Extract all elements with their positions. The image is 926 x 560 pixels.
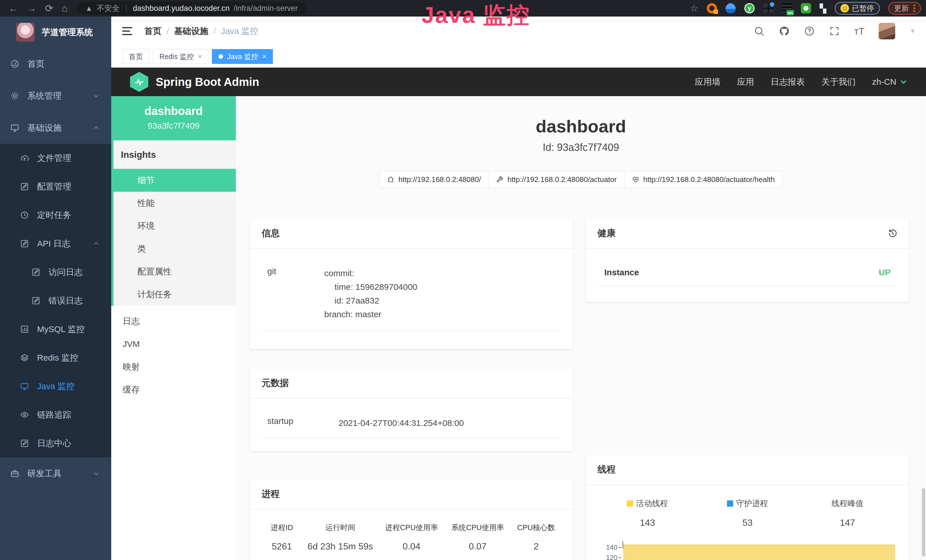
daemon-threads-value: 53 <box>698 518 798 528</box>
sba-item-logs[interactable]: 日志 <box>111 310 236 333</box>
sidebar-item-file-manage[interactable]: 文件管理 <box>0 144 111 172</box>
sidebar-item-tracing[interactable]: 链路追踪 <box>0 401 111 429</box>
actuator-url-button[interactable]: http://192.168.0.2:48080/actuator <box>488 171 624 188</box>
user-avatar[interactable] <box>879 23 895 39</box>
tab-java-monitor[interactable]: Java 监控 × <box>212 49 273 64</box>
not-secure-label: 不安全 <box>97 3 120 14</box>
eye-icon <box>20 410 29 419</box>
paused-label: 已暂停 <box>852 3 874 14</box>
scrollbar-thumb[interactable] <box>922 488 925 557</box>
address-bar[interactable]: ▲ 不安全 dashboard.yudao.iocoder.cn/infra/a… <box>77 2 306 15</box>
col-cpus: CPU核心数 <box>511 523 561 533</box>
chevron-down-icon <box>92 470 100 477</box>
sba-logo-icon[interactable] <box>130 72 148 92</box>
health-url-button[interactable]: http://192.168.0.2:48080/actuator/health <box>624 171 782 188</box>
help-icon[interactable] <box>804 26 815 36</box>
infra-submenu: 文件管理 配置管理 定时任务 API 日志 访问日志 错误日志 <box>0 144 111 458</box>
smiley-icon: ☺ <box>840 4 849 12</box>
browser-reload-icon[interactable]: ⟳ <box>45 3 53 14</box>
log-icon <box>31 268 41 277</box>
browser-home-icon[interactable]: ⌂ <box>62 3 68 14</box>
sba-nav-wallboard[interactable]: 应用墙 <box>695 76 720 88</box>
close-icon[interactable]: × <box>198 53 202 61</box>
sba-item-classes[interactable]: 类 <box>113 238 236 260</box>
metadata-card-title: 元数据 <box>262 377 289 389</box>
sidebar-item-scheduled-jobs[interactable]: 定时任务 <box>0 201 111 229</box>
font-size-icon[interactable]: ᴛT <box>854 26 864 37</box>
threads-chart: 140 120 100 <box>598 541 897 560</box>
sidebar-item-dev-tools[interactable]: 研发工具 <box>0 458 111 490</box>
sidebar-item-log-center[interactable]: 日志中心 <box>0 429 111 458</box>
threads-card-title: 线程 <box>598 463 616 476</box>
chevron-up-icon <box>92 240 100 247</box>
paused-pill[interactable]: ☺ 已暂停 <box>835 2 880 15</box>
app-logo[interactable]: 芋道管理系统 <box>0 17 111 48</box>
extensions-puzzle-icon[interactable]: ▚ <box>820 3 826 14</box>
browser-back-icon[interactable]: ← <box>9 3 18 14</box>
app-sidebar: 芋道管理系统 首页 系统管理 基础设施 文件管理 配置管理 <box>0 17 111 560</box>
metadata-card: 元数据 startup 2021-04-27T00:44:31.254+08:0… <box>250 368 573 451</box>
sidebar-item-mysql-monitor[interactable]: MySQL 监控 <box>0 315 111 344</box>
language-selector[interactable]: zh-CN <box>872 77 908 87</box>
chevron-up-icon <box>92 124 100 132</box>
sidebar-toggle-icon[interactable] <box>122 27 132 35</box>
sba-item-config-props[interactable]: 配置属性 <box>113 260 236 283</box>
breadcrumb-infra[interactable]: 基础设施 <box>174 26 208 37</box>
extension-pin-icon[interactable] <box>726 3 736 14</box>
sba-item-environment[interactable]: 环境 <box>113 215 236 238</box>
vertical-scrollbar[interactable] <box>921 96 926 560</box>
sidebar-item-api-log[interactable]: API 日志 <box>0 229 111 258</box>
extension-orange-icon[interactable] <box>707 3 717 14</box>
sidebar-item-access-log[interactable]: 访问日志 <box>0 258 111 286</box>
search-icon[interactable] <box>754 26 764 36</box>
col-pid: 进程ID <box>262 523 302 533</box>
sidebar-item-home[interactable]: 首页 <box>0 48 111 80</box>
sba-item-caches[interactable]: 缓存 <box>111 378 236 401</box>
instance-id: 93a3fc7f7409 <box>114 121 233 131</box>
log-icon <box>31 296 41 305</box>
sba-brand[interactable]: Spring Boot Admin <box>156 76 259 88</box>
instance-header[interactable]: dashboard 93a3fc7f7409 <box>111 96 236 140</box>
breadcrumb-home[interactable]: 首页 <box>144 26 162 37</box>
github-icon[interactable] <box>779 26 790 36</box>
sba-nav-applications[interactable]: 应用 <box>737 76 754 88</box>
app-logo-image <box>16 23 35 42</box>
col-system-cpu: 系统CPU使用率 <box>445 523 511 533</box>
tab-home[interactable]: 首页 <box>122 49 150 64</box>
sba-item-mappings[interactable]: 映射 <box>111 356 236 378</box>
sba-item-metrics[interactable]: 性能 <box>113 192 236 215</box>
sidebar-item-java-monitor[interactable]: Java 监控 <box>0 372 111 401</box>
monitor-icon <box>20 382 29 391</box>
sidebar-item-error-log[interactable]: 错误日志 <box>0 286 111 315</box>
sidebar-item-config-manage[interactable]: 配置管理 <box>0 172 111 201</box>
sba-item-scheduled-tasks[interactable]: 计划任务 <box>113 283 236 306</box>
page-title: dashboard <box>236 116 926 136</box>
extension-y-icon[interactable]: y <box>744 3 755 14</box>
update-button[interactable]: 更新 <box>888 2 921 15</box>
avatar-caret-icon[interactable]: ▼ <box>909 27 916 35</box>
browser-menu-icon[interactable] <box>914 5 915 12</box>
extension-on-icon[interactable] <box>782 3 792 14</box>
url-host: dashboard.yudao.iocoder.cn <box>133 4 230 13</box>
sidebar-item-infra[interactable]: 基础设施 <box>0 112 111 144</box>
sba-nav-about[interactable]: 关于我们 <box>822 76 856 88</box>
extension-grid-icon[interactable] <box>763 3 773 14</box>
browser-forward-icon[interactable]: → <box>27 3 36 14</box>
sba-nav-journal[interactable]: 日志报表 <box>770 76 805 88</box>
health-instance-label[interactable]: Instance <box>604 268 639 277</box>
yellow-legend-swatch <box>627 500 633 507</box>
sba-header: Spring Boot Admin 应用墙 应用 日志报表 关于我们 zh-CN <box>111 68 926 96</box>
sidebar-item-redis-monitor[interactable]: Redis 监控 <box>0 344 111 372</box>
tab-redis-monitor[interactable]: Redis 监控 × <box>153 49 209 64</box>
sba-item-jvm[interactable]: JVM <box>111 333 236 356</box>
health-card: 健康 Instance UP <box>586 218 909 302</box>
history-icon[interactable] <box>887 228 897 239</box>
sba-item-details[interactable]: 细节 <box>111 169 236 192</box>
bookmark-star-icon[interactable]: ☆ <box>690 3 698 14</box>
sidebar-item-system[interactable]: 系统管理 <box>0 80 111 112</box>
extension-green-icon[interactable] <box>801 3 811 14</box>
sba-sidebar: dashboard 93a3fc7f7409 Insights 细节 性能 环境… <box>111 96 236 560</box>
service-url-button[interactable]: http://192.168.0.2:48080/ <box>379 171 489 188</box>
close-icon[interactable]: × <box>262 53 266 61</box>
fullscreen-icon[interactable] <box>829 26 840 36</box>
